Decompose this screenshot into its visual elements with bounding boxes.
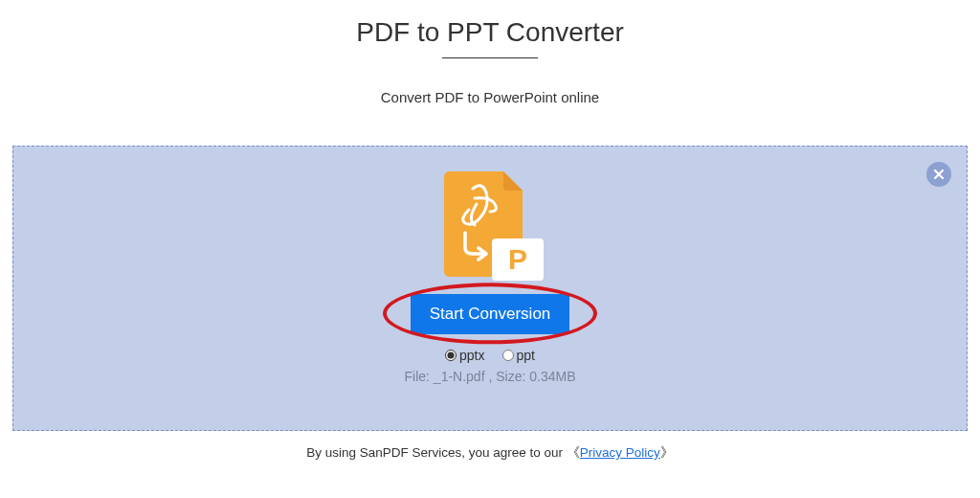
radio-ppt[interactable]: [502, 350, 514, 361]
close-button[interactable]: [926, 162, 951, 187]
file-info: File: _1-N.pdf , Size: 0.34MB: [405, 369, 576, 384]
bracket-close: 》: [660, 445, 674, 460]
file-type-icon: P: [444, 171, 536, 286]
title-underline: [442, 57, 538, 58]
radio-pptx[interactable]: [445, 350, 457, 361]
footer: By using SanPDF Services, you agree to o…: [306, 444, 674, 462]
bracket-open: 《: [567, 445, 580, 460]
format-label-pptx: pptx: [459, 348, 484, 363]
ppt-badge-letter: P: [508, 245, 527, 274]
privacy-policy-link[interactable]: Privacy Policy: [580, 445, 660, 460]
ppt-badge: P: [492, 238, 544, 281]
format-option-pptx[interactable]: pptx: [445, 348, 484, 363]
start-conversion-button[interactable]: Start Conversion: [411, 294, 570, 334]
page-title: PDF to PPT Converter: [356, 17, 624, 48]
format-option-ppt[interactable]: ppt: [502, 348, 535, 363]
format-selector: pptx ppt: [445, 348, 535, 363]
footer-prefix: By using SanPDF Services, you agree to o…: [306, 445, 567, 460]
dropzone-panel: P Start Conversion pptx ppt File: _1-N.p…: [12, 146, 968, 431]
format-label-ppt: ppt: [517, 348, 535, 363]
close-icon: [933, 169, 945, 180]
page-subtitle: Convert PDF to PowerPoint online: [356, 89, 624, 105]
